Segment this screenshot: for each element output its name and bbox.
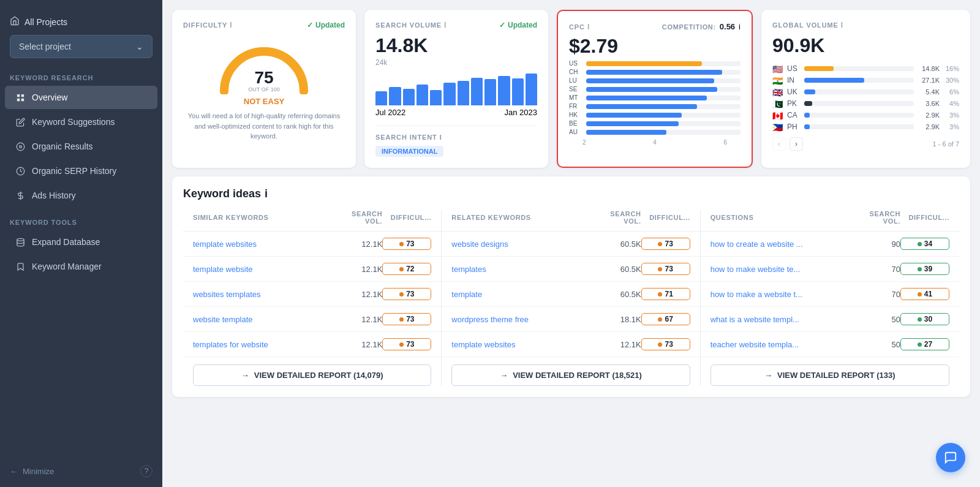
related-keywords-col: RELATED KEYWORDS SEARCH VOL. DIFFICUL...… [442, 210, 700, 386]
database-icon [15, 236, 26, 247]
kw-link[interactable]: teacher website templa... [710, 340, 851, 349]
select-project-dropdown[interactable]: Select project ⌄ [10, 35, 153, 58]
difficulty-badge: 39 [900, 263, 949, 275]
questions-col-header: QUESTIONS [710, 214, 851, 221]
intent-badge: INFORMATIONAL [375, 146, 443, 157]
similar-col-header: SIMILAR KEYWORDS [193, 214, 333, 221]
difficulty-label: DIFFICULTY i [183, 21, 232, 29]
sv-value: 14.8K [375, 34, 537, 57]
kw-link[interactable]: websites templates [193, 290, 333, 299]
kw-vol: 12.1K [333, 290, 382, 299]
gv-countries: 🇺🇸US14.8K16% 🇮🇳IN27.1K30% 🇬🇧UK5.4K6% 🇵🇰P… [772, 64, 959, 131]
sv-info-icon[interactable]: i [444, 21, 447, 29]
questions-col: QUESTIONS SEARCH VOL. DIFFICUL... how to… [701, 210, 959, 386]
table-row: templates60.5K73 [442, 257, 699, 282]
sidebar-organic-results-label: Organic Results [32, 142, 93, 151]
svg-point-8 [17, 238, 23, 241]
difficulty-badge: 27 [900, 338, 949, 350]
chart-label-end: Jan 2023 [505, 108, 538, 117]
arrow-left-icon: ← [10, 467, 18, 476]
sidebar-item-keyword-manager[interactable]: Keyword Manager [5, 255, 157, 278]
competition-label: COMPETITION: [662, 23, 716, 31]
keyword-ideas-section: Keyword ideas i SIMILAR KEYWORDS SEARCH … [172, 176, 970, 397]
gauge-description: You will need a lot of high-quality refe… [183, 111, 345, 142]
sv-bar-chart [375, 72, 537, 105]
table-row: website template12.1K73 [183, 307, 441, 332]
diff-dot [399, 267, 404, 271]
kw-link[interactable]: template website [193, 265, 333, 274]
difficulty-info-icon[interactable]: i [230, 21, 232, 29]
gv-prev-button[interactable]: ‹ [772, 137, 786, 151]
competition-value: 0.56 [720, 22, 735, 31]
gv-info-icon[interactable]: i [841, 21, 843, 29]
minimize-button[interactable]: ← Minimize [10, 467, 54, 476]
flag-ca: 🇨🇦 [772, 111, 783, 119]
gauge-rating: NOT EASY [244, 97, 284, 106]
related-view-report-button[interactable]: → VIEW DETAILED REPORT (18,521) [451, 364, 690, 386]
keyword-ideas-title: Keyword ideas i [183, 187, 959, 200]
sidebar-item-organic-results[interactable]: Organic Results [5, 135, 157, 158]
kw-vol: 70 [851, 265, 900, 274]
difficulty-updated-badge: ✓ Updated [307, 21, 345, 29]
similar-diff-header: DIFFICUL... [382, 214, 431, 221]
diff-dot [658, 267, 662, 271]
kw-vol: 50 [851, 340, 900, 349]
kw-link[interactable]: what is a website templ... [710, 315, 851, 324]
all-projects-link[interactable]: All Projects [10, 11, 153, 35]
kw-link[interactable]: templates [451, 265, 592, 274]
svg-text:OUT OF 100: OUT OF 100 [248, 86, 279, 92]
sidebar-item-keyword-suggestions[interactable]: Keyword Suggestions [5, 110, 157, 134]
table-row: templates for website12.1K73 [183, 332, 441, 357]
diff-dot [399, 317, 404, 322]
svg-point-4 [17, 143, 24, 151]
chat-fab-button[interactable] [936, 443, 965, 472]
related-vol-header: SEARCH VOL. [592, 210, 641, 225]
chat-icon [944, 451, 957, 464]
select-project-label: Select project [19, 42, 71, 51]
kw-link[interactable]: wordpress theme free [451, 315, 592, 324]
gv-next-button[interactable]: › [790, 137, 803, 151]
kw-link[interactable]: how to make a website t... [710, 290, 851, 299]
table-row: what is a website templ...5030 [701, 307, 959, 332]
main-content: DIFFICULTY i ✓ Updated 75 OUT OF 100 [162, 0, 980, 487]
dollar-icon [15, 190, 26, 201]
sidebar-item-organic-serp-history[interactable]: Organic SERP History [5, 159, 157, 183]
difficulty-badge: 73 [382, 313, 431, 325]
similar-view-report-button[interactable]: → VIEW DETAILED REPORT (14,079) [193, 364, 431, 386]
svg-point-5 [19, 145, 21, 148]
kw-link[interactable]: template websites [193, 240, 333, 249]
competition-info-icon[interactable]: i [739, 22, 741, 31]
sidebar-item-overview[interactable]: Overview [5, 86, 157, 109]
sidebar-item-expand-database[interactable]: Expand Database [5, 230, 157, 254]
search-intent-label: SEARCH INTENT i [375, 134, 537, 141]
gv-value: 90.9K [772, 34, 959, 57]
kw-link[interactable]: how to create a website ... [710, 240, 851, 249]
difficulty-badge: 73 [382, 338, 431, 350]
kw-link[interactable]: template [451, 290, 592, 299]
kw-link[interactable]: website designs [451, 240, 592, 249]
global-volume-label: GLOBAL VOLUME i [772, 21, 843, 29]
difficulty-badge: 71 [641, 288, 690, 300]
kw-link[interactable]: how to make website te... [710, 265, 851, 274]
table-row: website designs60.5K73 [442, 232, 699, 257]
keyword-ideas-info-icon[interactable]: i [265, 187, 268, 200]
diff-dot [399, 292, 404, 296]
sidebar-item-ads-history[interactable]: Ads History [5, 184, 157, 207]
kw-link[interactable]: templates for website [193, 340, 333, 349]
svg-text:75: 75 [254, 68, 273, 87]
kw-link[interactable]: website template [193, 315, 333, 324]
help-icon[interactable]: ? [140, 465, 153, 477]
arrow-right-icon: → [241, 371, 249, 380]
flag-uk: 🇬🇧 [772, 88, 783, 96]
metrics-cards-row: DIFFICULTY i ✓ Updated 75 OUT OF 100 [172, 10, 970, 168]
difficulty-badge: 34 [900, 238, 949, 250]
chevron-down-icon: ⌄ [136, 42, 143, 51]
cpc-info-icon[interactable]: i [587, 23, 590, 31]
intent-info-icon[interactable]: i [440, 134, 442, 141]
kw-vol: 90 [851, 240, 900, 249]
kw-link[interactable]: template websites [451, 340, 592, 349]
svg-rect-3 [21, 98, 23, 100]
questions-view-report-button[interactable]: → VIEW DETAILED REPORT (133) [710, 364, 949, 386]
questions-diff-header: DIFFICUL... [900, 214, 949, 221]
chart-label-start: Jul 2022 [375, 108, 405, 117]
